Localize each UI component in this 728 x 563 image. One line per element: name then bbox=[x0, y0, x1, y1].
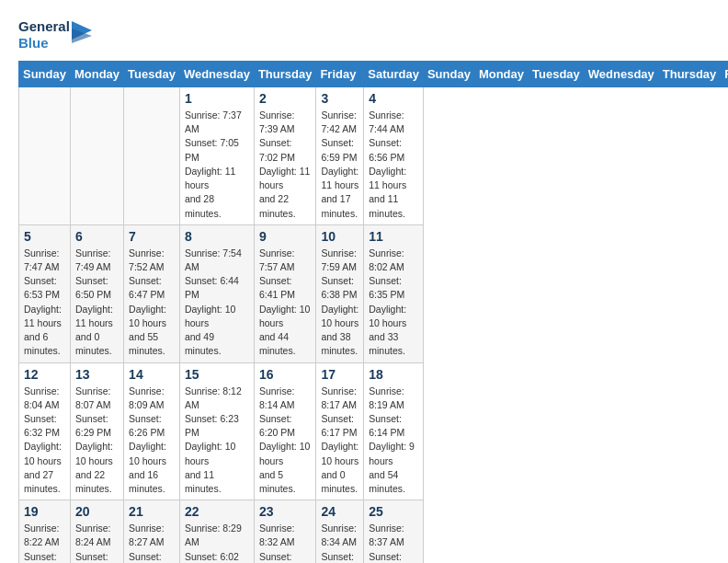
day-info: Sunrise: 8:14 AM Sunset: 6:20 PM Dayligh… bbox=[259, 385, 312, 497]
day-number: 16 bbox=[259, 367, 312, 382]
day-info: Sunrise: 8:04 AM Sunset: 6:32 PM Dayligh… bbox=[24, 385, 65, 497]
calendar-week-row: 12Sunrise: 8:04 AM Sunset: 6:32 PM Dayli… bbox=[19, 362, 729, 500]
day-info: Sunrise: 7:37 AM Sunset: 7:05 PM Dayligh… bbox=[185, 109, 249, 221]
calendar-cell: 2Sunrise: 7:39 AM Sunset: 7:02 PM Daylig… bbox=[254, 87, 316, 225]
page-header: General Blue bbox=[18, 18, 710, 52]
day-info: Sunrise: 7:44 AM Sunset: 6:56 PM Dayligh… bbox=[369, 109, 418, 221]
day-info: Sunrise: 8:34 AM Sunset: 5:57 PM Dayligh… bbox=[321, 522, 358, 563]
day-of-week-header: Saturday bbox=[364, 62, 424, 87]
calendar-cell bbox=[19, 87, 71, 225]
calendar-cell: 8Sunrise: 7:54 AM Sunset: 6:44 PM Daylig… bbox=[179, 224, 254, 362]
day-number: 11 bbox=[369, 229, 418, 244]
day-of-week-header: Thursday bbox=[658, 62, 721, 87]
day-info: Sunrise: 8:37 AM Sunset: 5:54 PM Dayligh… bbox=[369, 522, 418, 563]
day-info: Sunrise: 8:27 AM Sunset: 6:05 PM Dayligh… bbox=[129, 522, 175, 563]
calendar-cell: 4Sunrise: 7:44 AM Sunset: 6:56 PM Daylig… bbox=[364, 87, 424, 225]
calendar-cell: 12Sunrise: 8:04 AM Sunset: 6:32 PM Dayli… bbox=[19, 362, 71, 500]
calendar-cell: 5Sunrise: 7:47 AM Sunset: 6:53 PM Daylig… bbox=[19, 224, 71, 362]
day-info: Sunrise: 7:59 AM Sunset: 6:38 PM Dayligh… bbox=[321, 247, 358, 359]
day-number: 15 bbox=[185, 367, 249, 382]
day-number: 13 bbox=[75, 367, 119, 382]
calendar-cell: 23Sunrise: 8:32 AM Sunset: 6:00 PM Dayli… bbox=[254, 500, 316, 563]
calendar-cell: 19Sunrise: 8:22 AM Sunset: 6:11 PM Dayli… bbox=[19, 500, 71, 563]
day-number: 9 bbox=[259, 229, 312, 244]
day-info: Sunrise: 8:19 AM Sunset: 6:14 PM Dayligh… bbox=[369, 385, 418, 497]
logo-chevron-icon bbox=[72, 21, 92, 49]
calendar-table: SundayMondayTuesdayWednesdayThursdayFrid… bbox=[18, 61, 728, 563]
day-of-week-header: Thursday bbox=[254, 62, 316, 87]
day-of-week-header: Sunday bbox=[423, 62, 474, 87]
day-number: 17 bbox=[321, 367, 358, 382]
day-of-week-header: Tuesday bbox=[124, 62, 180, 87]
calendar-cell: 14Sunrise: 8:09 AM Sunset: 6:26 PM Dayli… bbox=[124, 362, 180, 500]
day-of-week-header: Tuesday bbox=[529, 62, 585, 87]
calendar-week-row: 19Sunrise: 8:22 AM Sunset: 6:11 PM Dayli… bbox=[19, 500, 729, 563]
day-number: 5 bbox=[24, 229, 65, 244]
calendar-header-row: SundayMondayTuesdayWednesdayThursdayFrid… bbox=[19, 62, 729, 87]
day-info: Sunrise: 8:07 AM Sunset: 6:29 PM Dayligh… bbox=[75, 385, 119, 497]
calendar-cell: 20Sunrise: 8:24 AM Sunset: 6:08 PM Dayli… bbox=[70, 500, 123, 563]
day-info: Sunrise: 8:22 AM Sunset: 6:11 PM Dayligh… bbox=[24, 522, 65, 563]
day-info: Sunrise: 8:09 AM Sunset: 6:26 PM Dayligh… bbox=[129, 385, 175, 497]
calendar-cell: 25Sunrise: 8:37 AM Sunset: 5:54 PM Dayli… bbox=[364, 500, 424, 563]
calendar-cell: 15Sunrise: 8:12 AM Sunset: 6:23 PM Dayli… bbox=[179, 362, 254, 500]
day-info: Sunrise: 8:17 AM Sunset: 6:17 PM Dayligh… bbox=[321, 385, 358, 497]
day-number: 6 bbox=[75, 229, 119, 244]
calendar-cell: 22Sunrise: 8:29 AM Sunset: 6:02 PM Dayli… bbox=[179, 500, 254, 563]
calendar-cell bbox=[70, 87, 123, 225]
day-info: Sunrise: 7:54 AM Sunset: 6:44 PM Dayligh… bbox=[185, 247, 249, 359]
day-number: 1 bbox=[185, 91, 249, 106]
day-number: 10 bbox=[321, 229, 358, 244]
day-number: 20 bbox=[75, 504, 119, 519]
day-of-week-header: Wednesday bbox=[584, 62, 658, 87]
day-number: 19 bbox=[24, 504, 65, 519]
day-number: 8 bbox=[185, 229, 249, 244]
calendar-cell: 21Sunrise: 8:27 AM Sunset: 6:05 PM Dayli… bbox=[124, 500, 180, 563]
day-number: 2 bbox=[259, 91, 312, 106]
day-of-week-header: Monday bbox=[70, 62, 123, 87]
day-info: Sunrise: 8:32 AM Sunset: 6:00 PM Dayligh… bbox=[259, 522, 312, 563]
day-info: Sunrise: 7:39 AM Sunset: 7:02 PM Dayligh… bbox=[259, 109, 312, 221]
day-info: Sunrise: 8:29 AM Sunset: 6:02 PM Dayligh… bbox=[185, 522, 249, 563]
calendar-cell: 9Sunrise: 7:57 AM Sunset: 6:41 PM Daylig… bbox=[254, 224, 316, 362]
day-number: 12 bbox=[24, 367, 65, 382]
day-number: 21 bbox=[129, 504, 175, 519]
calendar-cell: 18Sunrise: 8:19 AM Sunset: 6:14 PM Dayli… bbox=[364, 362, 424, 500]
calendar-cell: 16Sunrise: 8:14 AM Sunset: 6:20 PM Dayli… bbox=[254, 362, 316, 500]
calendar-cell: 6Sunrise: 7:49 AM Sunset: 6:50 PM Daylig… bbox=[70, 224, 123, 362]
day-number: 4 bbox=[369, 91, 418, 106]
calendar-cell: 13Sunrise: 8:07 AM Sunset: 6:29 PM Dayli… bbox=[70, 362, 123, 500]
calendar-cell: 7Sunrise: 7:52 AM Sunset: 6:47 PM Daylig… bbox=[124, 224, 180, 362]
calendar-cell: 10Sunrise: 7:59 AM Sunset: 6:38 PM Dayli… bbox=[316, 224, 364, 362]
day-info: Sunrise: 7:57 AM Sunset: 6:41 PM Dayligh… bbox=[259, 247, 312, 359]
logo: General Blue bbox=[18, 18, 92, 52]
day-number: 18 bbox=[369, 367, 418, 382]
calendar-week-row: 5Sunrise: 7:47 AM Sunset: 6:53 PM Daylig… bbox=[19, 224, 729, 362]
calendar-cell: 3Sunrise: 7:42 AM Sunset: 6:59 PM Daylig… bbox=[316, 87, 364, 225]
day-number: 3 bbox=[321, 91, 358, 106]
day-of-week-header: Friday bbox=[316, 62, 364, 87]
day-of-week-header: Friday bbox=[721, 62, 728, 87]
day-info: Sunrise: 7:52 AM Sunset: 6:47 PM Dayligh… bbox=[129, 247, 175, 359]
day-number: 24 bbox=[321, 504, 358, 519]
day-info: Sunrise: 8:02 AM Sunset: 6:35 PM Dayligh… bbox=[369, 247, 418, 359]
calendar-cell: 11Sunrise: 8:02 AM Sunset: 6:35 PM Dayli… bbox=[364, 224, 424, 362]
day-info: Sunrise: 7:47 AM Sunset: 6:53 PM Dayligh… bbox=[24, 247, 65, 359]
day-info: Sunrise: 7:42 AM Sunset: 6:59 PM Dayligh… bbox=[321, 109, 358, 221]
day-info: Sunrise: 8:24 AM Sunset: 6:08 PM Dayligh… bbox=[75, 522, 119, 563]
calendar-cell bbox=[124, 87, 180, 225]
day-number: 7 bbox=[129, 229, 175, 244]
calendar-cell: 1Sunrise: 7:37 AM Sunset: 7:05 PM Daylig… bbox=[179, 87, 254, 225]
day-of-week-header: Sunday bbox=[19, 62, 71, 87]
calendar-cell: 24Sunrise: 8:34 AM Sunset: 5:57 PM Dayli… bbox=[316, 500, 364, 563]
day-info: Sunrise: 8:12 AM Sunset: 6:23 PM Dayligh… bbox=[185, 385, 249, 497]
calendar-week-row: 1Sunrise: 7:37 AM Sunset: 7:05 PM Daylig… bbox=[19, 87, 729, 225]
day-number: 25 bbox=[369, 504, 418, 519]
day-number: 22 bbox=[185, 504, 249, 519]
day-of-week-header: Monday bbox=[474, 62, 528, 87]
day-of-week-header: Wednesday bbox=[179, 62, 254, 87]
calendar-cell: 17Sunrise: 8:17 AM Sunset: 6:17 PM Dayli… bbox=[316, 362, 364, 500]
day-number: 23 bbox=[259, 504, 312, 519]
day-info: Sunrise: 7:49 AM Sunset: 6:50 PM Dayligh… bbox=[75, 247, 119, 359]
day-number: 14 bbox=[129, 367, 175, 382]
